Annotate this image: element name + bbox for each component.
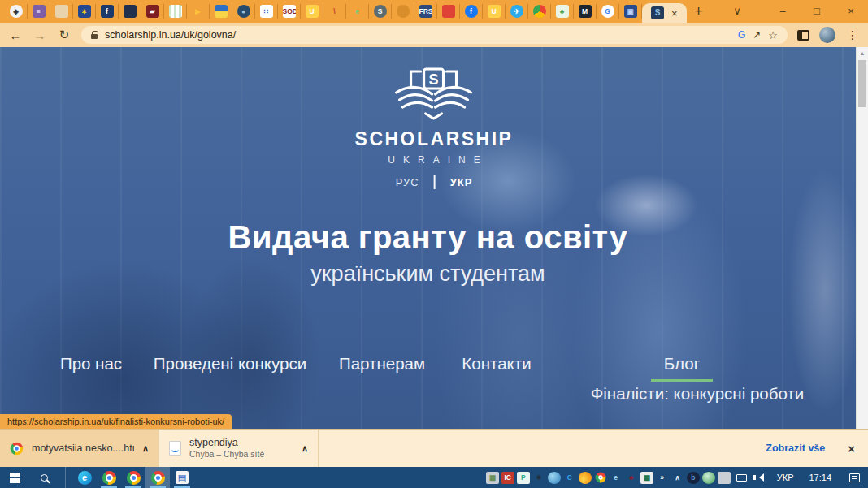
tray-hidden-icons-chevron-icon[interactable]: ∧ [671,472,684,484]
close-window-button[interactable]: × [834,0,868,23]
pinned-tab-eu-flag[interactable]: ∗ [73,4,96,19]
downloads-close-icon[interactable]: × [848,442,855,456]
tab-strip: ◈≡∗f▰▶●∷SODU\eSFRSfU✈♣MG▣ S × + ∨ – □ × [0,0,868,23]
download-filename: motyvatsiia nesko....htm [32,443,134,454]
tray-spiky-icon[interactable]: ✳ [532,472,545,484]
m-dark-icon: M [579,5,592,18]
scrollbar-thumb[interactable] [858,60,866,107]
nav-item-blog[interactable]: Блог [651,354,713,382]
download-item-stypendiya[interactable]: stypendiya Chyba – Chyba sítě ∧ [159,430,319,467]
pinned-tab-sod-text[interactable]: SOD [278,4,301,19]
tab-close-icon[interactable]: × [671,7,678,19]
pinned-tab-dark-red-flag[interactable]: ▰ [141,4,164,19]
url-text[interactable]: scholarship.in.ua/uk/golovna/ [105,29,236,41]
profile-avatar[interactable] [819,27,835,43]
tab-search-chevron-icon[interactable]: ∨ [723,0,751,23]
pinned-tab-frs-badge[interactable]: FRS [414,4,437,19]
tray-excel-icon[interactable]: ▦ [640,472,653,484]
pinned-tab-dark-circle-person[interactable]: ● [232,4,255,19]
tray-device-icon[interactable] [718,472,731,484]
tray-earth-icon[interactable] [548,472,561,484]
address-bar[interactable]: scholarship.in.ua/uk/golovna/ G ↗ ☆ [81,26,788,44]
pinned-tab-orange-arrow[interactable]: ▶ [187,4,210,19]
tray-c-swirl-icon[interactable]: C [563,472,576,484]
pinned-tab-faded-doc[interactable] [50,4,73,19]
taskbar-app-chrome-3[interactable] [145,467,170,488]
tray-chrome-icon[interactable] [594,472,607,484]
pinned-tab-compass[interactable]: ◈ [5,4,28,19]
search-icon [41,474,48,482]
tray-globe-green-icon[interactable] [702,472,715,484]
pinned-tab-purple-list[interactable]: ≡ [28,4,50,19]
tray-photos-icon[interactable]: ▦ [486,472,499,484]
windows-logo-icon [10,473,20,483]
lock-icon [91,34,98,39]
tray-firefox-icon[interactable] [579,472,592,484]
new-tab-button[interactable]: + [687,3,711,20]
nav-item-about[interactable]: Про нас [46,354,136,374]
pinned-tab-facebook-circle[interactable]: f [460,4,483,19]
pinned-tab-navy-app[interactable] [119,4,141,19]
start-button[interactable] [0,467,29,488]
nav-item-partners[interactable]: Партнерам [339,354,425,374]
pinned-tab-amber-circle[interactable] [392,4,414,19]
pinned-tab-red-flag[interactable] [437,4,460,19]
pinned-tab-dots-square[interactable]: ∷ [255,4,278,19]
minimize-button[interactable]: – [766,0,800,23]
page-scrollbar[interactable]: ▲ [856,47,868,429]
tray-ic-red-icon[interactable]: IC [501,472,514,484]
chevron-up-icon[interactable]: ∧ [142,443,149,454]
tray-p-teal-icon[interactable]: P [517,472,530,484]
chevron-up-icon[interactable]: ∧ [302,443,308,454]
tray-maple-icon[interactable]: ♣ [625,472,638,484]
action-center-icon[interactable] [840,467,868,488]
pinned-tab-facebook-square[interactable]: f [96,4,119,19]
show-all-downloads-link[interactable]: Zobrazit vše [766,443,825,454]
pinned-tab-green-e[interactable]: e [346,4,369,19]
pinned-tab-m-dark[interactable]: M [574,4,597,19]
taskbar-app-chrome-2[interactable] [121,467,145,488]
pinned-tab-green-plant[interactable]: ♣ [551,4,574,19]
reload-button[interactable]: ↻ [57,28,72,42]
pinned-tab-chrome-sphere[interactable] [528,4,551,19]
taskbar-app-edge[interactable]: e [72,467,97,488]
pinned-tab-ukraine-flag[interactable] [210,4,232,19]
orange-arrow-icon: ▶ [192,5,205,18]
tray-overflow-chevron-icon[interactable]: » [656,472,669,484]
taskbar-clock[interactable]: 17:14 [802,473,838,482]
active-tab[interactable]: S × [642,3,687,23]
sod-text-icon: SOD [283,5,296,18]
pinned-tab-s-circle[interactable]: S [369,4,392,19]
pinned-tab-green-stripes[interactable] [164,4,187,19]
browser-menu-icon[interactable]: ⋮ [845,28,860,41]
side-panel-icon[interactable] [797,30,809,41]
share-icon[interactable]: ↗ [753,29,761,41]
green-e-icon: e [351,5,364,18]
scrollbar-up-arrow-icon[interactable]: ▲ [857,47,868,56]
pinned-tab-red-slash[interactable]: \ [323,4,346,19]
tray-b-badge-icon[interactable]: b [687,472,700,484]
nav-item-contacts[interactable]: Контакти [462,354,531,374]
nav-item-contests[interactable]: Проведені конкурси [153,354,307,374]
dots-square-icon: ∷ [260,5,273,18]
download-item-motyvatsiia[interactable]: motyvatsiia nesko....htm ∧ [0,430,159,467]
taskbar-app-chrome-1[interactable] [97,467,121,488]
nav-submenu-finalists[interactable]: Фіналісти: конкурсні роботи [571,383,823,405]
pinned-tab-blue-app[interactable]: ▣ [619,4,642,19]
tray-ie-icon[interactable]: e [610,472,623,484]
taskbar-search-button[interactable] [29,467,59,488]
taskbar-language[interactable]: УКР [770,473,801,482]
forward-button[interactable]: → [33,28,47,42]
volume-icon[interactable] [753,473,764,482]
google-icon[interactable]: G [738,29,745,41]
taskbar-app-writer[interactable]: ▤ [170,467,194,488]
maximize-button[interactable]: □ [800,0,834,23]
pinned-tab-google-g[interactable]: G [597,4,619,19]
back-button[interactable]: ← [8,28,23,42]
bookmark-star-icon[interactable]: ☆ [768,29,778,41]
pinned-tab-telegram[interactable]: ✈ [506,4,528,19]
pinned-tab-u-yellow[interactable]: U [301,4,323,19]
pinned-tab-u-yellow-2[interactable]: U [483,4,506,19]
u-yellow-2-icon: U [488,5,501,18]
network-display-icon[interactable] [736,474,747,482]
